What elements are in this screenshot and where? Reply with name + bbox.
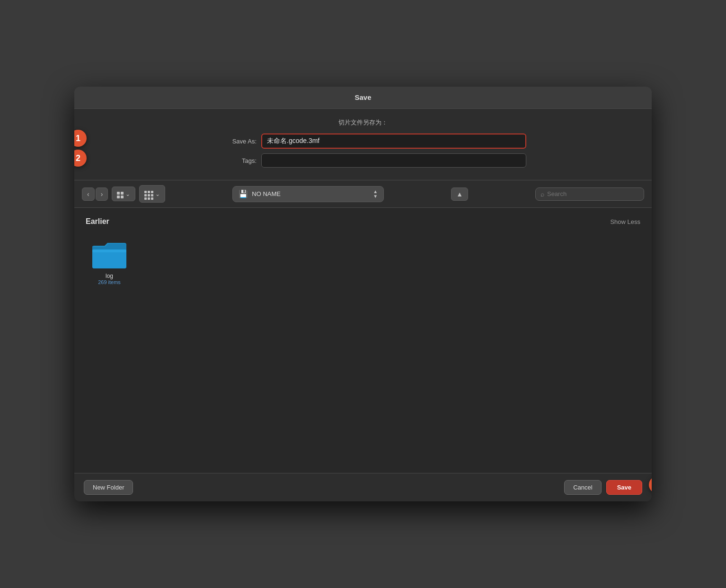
svg-rect-1: [92, 249, 126, 252]
files-grid: log 269 items: [86, 235, 640, 289]
save-as-section: 切片文件另存为： 1 Save As: 2 Tags:: [74, 109, 652, 180]
forward-icon: ›: [101, 190, 103, 198]
folder-icon: [90, 239, 128, 270]
annotation-badge-2: 2: [74, 150, 87, 167]
search-icon: ⌕: [540, 190, 544, 198]
collapse-button[interactable]: ▲: [451, 187, 468, 201]
annotation-badge-3: 3: [649, 476, 652, 493]
new-folder-button[interactable]: New Folder: [84, 480, 133, 495]
tags-input[interactable]: [261, 153, 526, 168]
back-button[interactable]: ‹: [82, 187, 95, 201]
list-view-button[interactable]: ⌄: [139, 185, 165, 203]
bottom-right-buttons: Cancel 3 Save: [564, 480, 642, 495]
drive-icon: 💾: [239, 189, 248, 198]
title-bar: Save: [74, 87, 652, 109]
list-view-chevron: ⌄: [155, 191, 160, 197]
location-name: NO NAME: [252, 190, 281, 197]
save-dialog: Save 切片文件另存为： 1 Save As: 2 Tags: ‹: [74, 87, 652, 501]
list-view-icon: [144, 188, 153, 200]
tags-row-wrapper: 2 Tags:: [93, 153, 633, 172]
location-dropdown[interactable]: 💾 NO NAME ▲ ▼: [232, 186, 384, 202]
bottom-bar: New Folder Cancel 3 Save: [74, 473, 652, 501]
tags-row: Tags:: [200, 153, 526, 168]
file-meta: 269 items: [98, 279, 121, 285]
save-as-label: Save As:: [200, 138, 257, 145]
show-less-button[interactable]: Show Less: [610, 218, 640, 225]
cancel-button[interactable]: Cancel: [564, 480, 601, 495]
save-as-row: Save As:: [200, 134, 526, 149]
content-area: Earlier Show Less log 269 items: [74, 208, 652, 473]
toolbar: ‹ › ⌄: [74, 180, 652, 208]
forward-button[interactable]: ›: [96, 187, 108, 201]
annotation-badge-1: 1: [74, 130, 87, 147]
icon-view-icon: [117, 189, 124, 198]
tags-label: Tags:: [200, 157, 257, 164]
section-title: Earlier: [86, 217, 109, 226]
file-name: log: [106, 273, 113, 279]
icon-view-chevron: ⌄: [125, 191, 130, 197]
section-header: Earlier Show Less: [86, 217, 640, 226]
save-as-row-wrapper: 1 Save As:: [93, 134, 633, 153]
save-as-input[interactable]: [261, 134, 526, 149]
location-spinner: ▲ ▼: [373, 189, 378, 199]
back-icon: ‹: [87, 190, 89, 198]
nav-group: ‹ ›: [82, 187, 108, 201]
collapse-icon: ▲: [456, 190, 463, 198]
subtitle: 切片文件另存为：: [93, 118, 633, 127]
icon-view-button[interactable]: ⌄: [112, 187, 135, 201]
save-button[interactable]: Save: [606, 480, 642, 495]
list-item[interactable]: log 269 items: [86, 235, 133, 289]
dialog-title: Save: [354, 93, 371, 101]
search-input[interactable]: [547, 190, 639, 197]
search-box: ⌕: [535, 187, 644, 201]
